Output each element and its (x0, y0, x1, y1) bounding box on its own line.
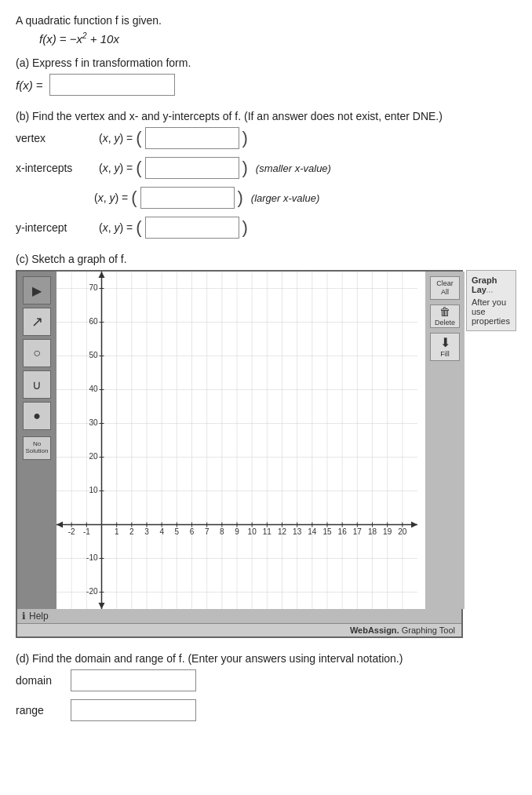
range-input[interactable] (71, 699, 196, 721)
part-d-label: (d) Find the domain and range of f. (Ent… (16, 652, 516, 665)
open-paren-xi1: ( (136, 158, 141, 178)
graph-side-panel: Graph Lay... After you use properties (466, 270, 516, 331)
y-intercept-row: y-intercept (x, y) = ( ) (16, 217, 516, 239)
function-name: f(x) = −x2 + 10x (39, 32, 119, 46)
coord-prefix-yi: (x, y) = (99, 221, 133, 234)
delete-label: Delete (435, 319, 455, 327)
coord-prefix-xi1: (x, y) = (99, 162, 133, 174)
vertex-coord: (x, y) = ( ) (99, 127, 248, 149)
graph-footer: WebAssign. Graphing Tool (17, 623, 461, 636)
no-solution-button[interactable]: NoSolution (23, 436, 51, 460)
part-c-label: (c) Sketch a graph of f. (16, 253, 516, 265)
open-paren-xi2: ( (131, 188, 137, 208)
curve-tool[interactable]: ∪ (23, 370, 51, 399)
clear-all-button[interactable]: Clear All (430, 276, 460, 300)
fill-label: Fill (440, 350, 450, 358)
x-intercept-smaller-row: x-intercepts (x, y) = ( ) (smaller x-val… (16, 157, 516, 179)
close-paren-xi2: ) (238, 188, 243, 208)
point-tool[interactable]: ● (23, 402, 51, 430)
vertex-row: vertex (x, y) = ( ) (16, 127, 516, 149)
function-display: f(x) = −x2 + 10x (39, 31, 516, 46)
range-row: range (16, 699, 516, 721)
graph-section: ▶ ↗ ○ ∪ ● NoSolution Clear All (16, 270, 463, 638)
close-paren-yi: ) (242, 217, 248, 238)
right-toolbar: Clear All 🗑 Delete ⬇ Fill (425, 272, 465, 609)
circle-tool[interactable]: ○ (23, 339, 51, 367)
left-toolbar: ▶ ↗ ○ ∪ ● NoSolution (17, 272, 56, 609)
x-intercept-smaller-input[interactable] (145, 157, 239, 179)
y-intercept-label: y-intercept (16, 221, 94, 234)
part-b: (b) Find the vertex and x- and y-interce… (16, 110, 516, 239)
coord-prefix-xi2: (x, y) = (94, 191, 128, 204)
vertex-input[interactable] (145, 127, 239, 149)
transformation-form-input[interactable] (49, 74, 175, 96)
scale-tool[interactable]: ↗ (23, 308, 51, 336)
part-a-label: (a) Express f in transformation form. (16, 57, 516, 69)
domain-row: domain (16, 669, 516, 691)
graph-canvas-area (56, 272, 425, 609)
x-intercept-larger-input[interactable] (140, 187, 235, 209)
smaller-x-label: (smaller x-value) (256, 162, 331, 174)
close-paren-xi1: ) (242, 158, 248, 178)
domain-label: domain (16, 674, 63, 687)
help-icon: ℹ (22, 611, 26, 622)
larger-x-label: (larger x-value) (251, 192, 319, 204)
open-paren-yi: ( (136, 217, 141, 238)
x-intercept-larger-row: (x, y) = ( ) (larger x-value) (94, 187, 516, 209)
part-a-input-row: f(x) = (16, 74, 516, 96)
x-intercepts-label: x-intercepts (16, 162, 94, 174)
part-d: (d) Find the domain and range of f. (Ent… (16, 652, 516, 721)
open-paren-vertex: ( (136, 128, 141, 148)
part-a: (a) Express f in transformation form. f(… (16, 57, 516, 96)
x-intercept-smaller-coord: (x, y) = ( ) (smaller x-value) (99, 157, 331, 179)
close-paren-vertex: ) (242, 128, 248, 148)
part-b-label: (b) Find the vertex and x- and y-interce… (16, 110, 516, 122)
help-label: Help (29, 611, 49, 622)
fill-icon: ⬇ (440, 335, 450, 350)
coord-prefix-vertex: (x, y) = (99, 132, 133, 144)
footer-brand: WebAssign. Graphing Tool (350, 625, 455, 635)
delete-icon: 🗑 (439, 305, 450, 319)
intro-text: A quadratic function f is given. (16, 14, 516, 27)
problem-container: A quadratic function f is given. f(x) = … (16, 14, 516, 721)
vertex-label: vertex (16, 132, 94, 144)
fx-prefix: f(x) = (16, 78, 43, 92)
part-c: (c) Sketch a graph of f. ▶ ↗ ○ ∪ ● NoSol… (16, 253, 516, 638)
domain-input[interactable] (71, 669, 196, 691)
range-label: range (16, 704, 63, 717)
select-tool[interactable]: ▶ (23, 276, 51, 305)
graph-canvas[interactable] (56, 272, 417, 609)
side-panel-body: After you use properties (472, 297, 511, 326)
graph-outer: ▶ ↗ ○ ∪ ● NoSolution Clear All (17, 272, 465, 609)
x-intercept-larger-coord: (x, y) = ( ) (larger x-value) (94, 187, 319, 209)
delete-button: 🗑 Delete (430, 305, 460, 328)
y-intercept-coord: (x, y) = ( ) (99, 217, 248, 239)
y-intercept-input[interactable] (145, 217, 239, 239)
help-row: ℹ Help (17, 609, 461, 623)
side-panel-title: Graph Lay... (472, 275, 511, 294)
fill-button[interactable]: ⬇ Fill (430, 333, 460, 361)
